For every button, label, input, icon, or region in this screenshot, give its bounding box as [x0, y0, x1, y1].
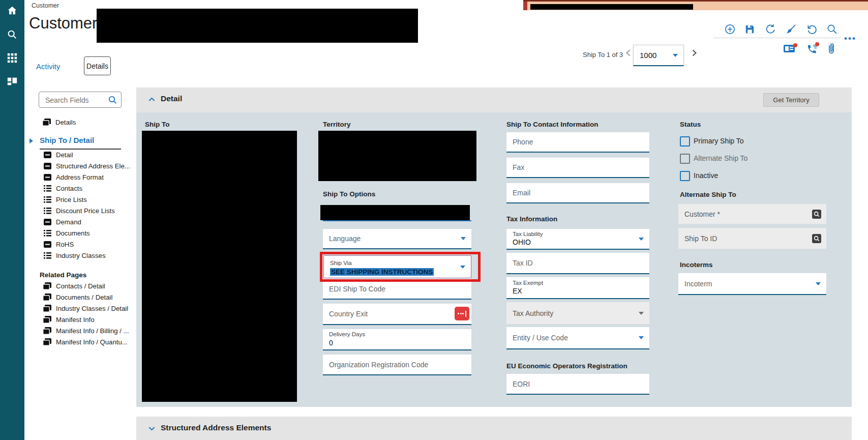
- chevron-down-icon: [639, 238, 644, 241]
- eori-field[interactable]: EORI: [506, 374, 649, 395]
- ship-to-selector[interactable]: 1000: [633, 45, 684, 66]
- lookup-icon[interactable]: [812, 234, 821, 243]
- related-item-manifest-quantum[interactable]: Manifest Info / Quantu...: [43, 336, 129, 347]
- language-label: Language: [329, 234, 361, 243]
- ship-to-selector-value: 1000: [640, 51, 656, 60]
- sidebar-item-details-root[interactable]: Details: [42, 116, 76, 128]
- list-icon: [44, 196, 51, 203]
- clean-broom-icon[interactable]: [785, 23, 797, 35]
- delivery-days-field[interactable]: Delivery Days 0: [323, 329, 471, 350]
- country-exit-field[interactable]: Country Exit: [323, 304, 471, 325]
- ship-to-options-header: Ship To Options: [323, 190, 375, 198]
- apps-grid-icon[interactable]: [7, 52, 18, 64]
- country-exit-alert-icon[interactable]: [455, 307, 469, 320]
- phone-field[interactable]: Phone: [506, 132, 649, 153]
- undo-icon[interactable]: [806, 23, 818, 35]
- fax-field[interactable]: Fax: [506, 158, 649, 178]
- list-icon: [44, 252, 51, 259]
- sidebar-item-detail[interactable]: Detail: [44, 149, 130, 160]
- tax-exempt-field[interactable]: Tax Exempt EX: [506, 277, 649, 299]
- tab-details[interactable]: Details: [84, 56, 111, 75]
- alternate-ship-to-checkbox: [680, 154, 690, 164]
- ship-via-dropdown[interactable]: Ship Via SEE SHIPPING INSTRUCTIONS: [323, 255, 471, 278]
- form-icon: [44, 219, 51, 225]
- chevron-down-icon: [816, 282, 821, 285]
- form-icon: [44, 241, 51, 248]
- related-item-manifest-info[interactable]: Manifest Info: [43, 314, 129, 325]
- edi-label: EDI Ship To Code: [329, 285, 385, 293]
- entity-use-code-label: Entity / Use Code: [513, 334, 568, 342]
- search-records-icon[interactable]: [826, 23, 838, 35]
- sidebar-item-label: Documents: [56, 229, 90, 237]
- redacted-ship-to-options-value: [320, 205, 470, 220]
- alternate-customer-field: Customer *: [678, 204, 826, 224]
- search-input[interactable]: [44, 95, 105, 106]
- email-field[interactable]: Email: [506, 183, 649, 203]
- sidebar-item-label: Contacts: [56, 185, 82, 192]
- tax-id-field[interactable]: Tax ID: [506, 253, 649, 274]
- related-item-documents-detail[interactable]: Documents / Detail: [43, 291, 129, 303]
- inactive-checkbox[interactable]: [680, 171, 690, 181]
- phone-call-icon[interactable]: [806, 44, 818, 54]
- language-dropdown[interactable]: Language: [323, 229, 471, 249]
- edi-ship-to-code-field[interactable]: EDI Ship To Code: [323, 279, 471, 300]
- search-icon[interactable]: [7, 29, 18, 40]
- tax-authority-label: Tax Authority: [513, 309, 553, 317]
- tab-details-label: Details: [86, 62, 108, 70]
- breadcrumb: Customer: [32, 2, 59, 9]
- related-item-industry-classes-detail[interactable]: Industry Classes / Detail: [43, 303, 129, 314]
- sidebar-item-price-lists[interactable]: Price Lists: [44, 194, 130, 205]
- search-icon[interactable]: [108, 95, 117, 105]
- incoterm-dropdown[interactable]: Incoterm: [678, 273, 826, 295]
- sidebar-item-demand[interactable]: Demand: [44, 216, 130, 227]
- sidebar-item-label: Discount Price Lists: [56, 207, 115, 215]
- list-icon: [44, 208, 51, 214]
- notification-dot: [793, 43, 797, 47]
- lookup-icon[interactable]: [812, 210, 821, 219]
- dashboard-icon[interactable]: [7, 76, 18, 87]
- related-item-manifest-billing[interactable]: Manifest Info / Billing / ...: [43, 325, 129, 336]
- related-item-label: Industry Classes / Detail: [56, 305, 128, 312]
- home-icon[interactable]: [7, 5, 18, 16]
- detail-section-header[interactable]: Detail: [136, 87, 852, 112]
- sidebar-item-structured-address[interactable]: Structured Address Ele...: [44, 160, 130, 171]
- tab-activity[interactable]: Activity: [36, 62, 61, 71]
- detail-section-title: Detail: [161, 94, 182, 103]
- sidebar-item-rohs[interactable]: RoHS: [44, 239, 130, 250]
- sidebar-item-discount-price-lists[interactable]: Discount Price Lists: [44, 205, 130, 216]
- refresh-icon[interactable]: [765, 23, 776, 35]
- related-item-label: Contacts / Detail: [56, 282, 105, 290]
- new-record-icon[interactable]: [724, 23, 736, 35]
- save-icon[interactable]: [744, 23, 756, 35]
- tax-exempt-label: Tax Exempt: [513, 280, 543, 286]
- redacted-ship-to-address: [142, 131, 297, 402]
- chevron-down-icon: [147, 424, 156, 433]
- structured-address-section-header[interactable]: Structured Address Elements: [136, 417, 852, 440]
- related-pages-header: Related Pages: [40, 271, 86, 279]
- primary-ship-to-checkbox[interactable]: [680, 136, 690, 146]
- next-record-icon[interactable]: [690, 48, 699, 57]
- sidebar-item-address-format[interactable]: Address Format: [44, 171, 130, 183]
- contact-info-header: Ship To Contact Information: [506, 121, 598, 128]
- field-search-box[interactable]: [39, 92, 122, 108]
- alternate-ship-to-header: Alternate Ship To: [680, 191, 736, 198]
- record-counter: Ship To 1 of 3: [583, 51, 623, 58]
- sidebar-item-industry-classes[interactable]: Industry Classes: [44, 250, 130, 261]
- sidebar-item-documents[interactable]: Documents: [44, 227, 130, 239]
- related-item-label: Manifest Info / Quantu...: [56, 338, 128, 346]
- territory-header: Territory: [323, 121, 351, 128]
- get-territory-button[interactable]: Get Territory: [763, 93, 819, 107]
- tax-liability-dropdown[interactable]: Tax Liability OHIO: [506, 229, 649, 250]
- sidebar-item-ship-to-detail[interactable]: Ship To / Detail: [40, 136, 94, 144]
- form-icon: [44, 163, 51, 169]
- more-actions-icon[interactable]: •••: [844, 34, 856, 44]
- contact-card-icon[interactable]: [784, 45, 796, 54]
- entity-use-code-dropdown[interactable]: Entity / Use Code: [506, 327, 649, 349]
- sidebar-item-contacts[interactable]: Contacts: [44, 183, 130, 194]
- tax-info-header: Tax Information: [506, 215, 557, 223]
- attachment-icon[interactable]: [827, 43, 835, 54]
- related-item-contacts-detail[interactable]: Contacts / Detail: [43, 280, 129, 291]
- tax-liability-label: Tax Liability: [513, 231, 543, 238]
- org-registration-code-field[interactable]: Organization Registration Code: [323, 355, 471, 375]
- previous-record-icon[interactable]: [624, 48, 633, 57]
